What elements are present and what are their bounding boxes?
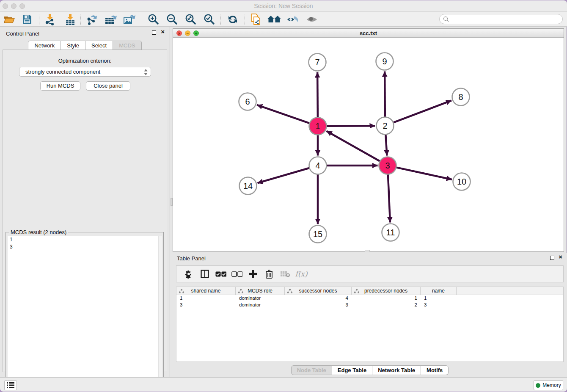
import-network-icon (44, 14, 55, 25)
result-scrollbar[interactable] (158, 236, 162, 391)
select-all-button[interactable] (213, 267, 229, 281)
export-image-button[interactable] (122, 13, 136, 26)
delete-row-button[interactable] (261, 267, 277, 281)
cell-mcds-role[interactable]: dominator (236, 295, 285, 302)
edge-1-7[interactable] (317, 72, 318, 117)
cell-name[interactable]: 1 (421, 295, 457, 302)
node-6[interactable]: 6 (239, 93, 256, 110)
vertical-splitter[interactable] (170, 27, 173, 377)
cell-predecessor-nodes[interactable]: 2 (352, 302, 421, 309)
horizontal-splitter-grip[interactable] (365, 250, 370, 252)
column-header-successor-nodes[interactable]: successor nodes (285, 287, 352, 295)
tab-motifs[interactable]: Motifs (421, 365, 449, 375)
tab-edge-table[interactable]: Edge Table (332, 365, 372, 375)
zoom-selected-button[interactable] (202, 13, 216, 26)
column-header-name[interactable]: name (421, 287, 457, 295)
cell-shared-name[interactable]: 1 (176, 295, 236, 302)
zoom-fit-button[interactable] (183, 13, 198, 26)
apply-function-button[interactable]: f(x) (293, 267, 309, 281)
table-tabs: Node TableEdge TableNetwork TableMotifs (173, 365, 567, 375)
tab-mcds[interactable]: MCDS (113, 41, 141, 50)
run-mcds-button[interactable]: Run MCDS (40, 81, 80, 91)
node-3[interactable]: 3 (379, 157, 396, 174)
edge-2-9[interactable] (385, 71, 385, 117)
mcds-result-textarea[interactable]: 13 (8, 236, 162, 391)
node-10[interactable]: 10 (453, 173, 471, 190)
node-label: 4 (315, 161, 320, 170)
control-panel: Control Panel × NetworkStyleSelectMCDS O… (0, 27, 170, 377)
delete-table-icon (280, 271, 290, 277)
search-input[interactable] (439, 14, 563, 24)
node-table[interactable]: shared nameMCDS rolesuccessor nodesprede… (176, 287, 564, 362)
table-close-icon[interactable]: × (559, 255, 562, 259)
cell-name[interactable]: 3 (421, 302, 457, 309)
node-7[interactable]: 7 (309, 54, 326, 71)
column-header-shared-name[interactable]: shared name (176, 287, 236, 295)
cell-mcds-role[interactable]: dominator (236, 302, 285, 309)
export-network-button[interactable] (85, 13, 99, 26)
hide-selected-button[interactable] (286, 13, 300, 26)
result-line: 1 (8, 236, 162, 243)
edge-1-6[interactable] (257, 105, 309, 123)
tab-network[interactable]: Network (28, 41, 61, 50)
edge-2-8[interactable] (393, 100, 451, 122)
tab-node-table[interactable]: Node Table (291, 365, 332, 375)
float-panel-icon[interactable] (152, 30, 156, 35)
column-header-mcds-role[interactable]: MCDS role (236, 287, 285, 295)
node-8[interactable]: 8 (452, 88, 470, 106)
table-row[interactable]: 1dominator411 (176, 295, 563, 302)
hide-eye-icon (286, 14, 300, 25)
task-history-button[interactable] (4, 380, 17, 390)
toggle-columns-button[interactable] (197, 267, 213, 281)
add-row-button[interactable] (245, 267, 261, 281)
node-9[interactable]: 9 (376, 53, 394, 70)
edge-3-11[interactable] (388, 174, 390, 222)
save-session-button[interactable] (20, 13, 34, 26)
cell-shared-name[interactable]: 3 (176, 302, 236, 309)
edge-2-3[interactable] (385, 134, 387, 155)
import-network-button[interactable] (43, 13, 57, 26)
node-15[interactable]: 15 (309, 226, 327, 243)
edge-1-2[interactable] (326, 126, 375, 126)
open-session-button[interactable] (2, 13, 17, 26)
cell-predecessor-nodes[interactable]: 1 (352, 295, 421, 302)
export-table-button[interactable] (104, 13, 118, 26)
zoom-out-button[interactable] (165, 13, 179, 26)
cell-successor-nodes[interactable]: 3 (285, 302, 352, 309)
table-row[interactable]: 3dominator323 (176, 302, 563, 309)
table-float-icon[interactable] (550, 256, 554, 260)
refresh-button[interactable] (226, 13, 240, 26)
close-panel-button[interactable]: Close panel (86, 81, 130, 91)
node-14[interactable]: 14 (239, 177, 257, 195)
network-window-titlebar[interactable]: × − + scc.txt (173, 29, 564, 38)
tree-icon (287, 289, 292, 293)
import-table-button[interactable] (63, 13, 77, 26)
tab-network-table[interactable]: Network Table (372, 365, 421, 375)
network-graph[interactable]: 7968124310141511 (173, 38, 564, 251)
deselect-all-button[interactable] (229, 267, 245, 281)
show-all-button[interactable] (305, 13, 319, 26)
delete-table-button[interactable] (277, 267, 293, 281)
first-neighbors-button[interactable] (267, 13, 281, 26)
tab-style[interactable]: Style (61, 41, 85, 50)
new-network-from-selection-button[interactable] (249, 13, 263, 26)
optimization-criterion-label: Optimization criterion: (3, 58, 167, 64)
node-4[interactable]: 4 (309, 157, 327, 174)
memory-button[interactable]: Memory (534, 380, 563, 390)
node-2[interactable]: 2 (377, 117, 394, 135)
edge-3-10[interactable] (396, 167, 452, 179)
close-panel-icon[interactable]: × (161, 30, 165, 34)
node-1[interactable]: 1 (309, 118, 327, 135)
table-settings-button[interactable] (181, 267, 197, 281)
zoom-in-button[interactable] (146, 13, 160, 26)
window-titlebar[interactable]: Session: New Session (0, 0, 567, 12)
tab-select[interactable]: Select (85, 41, 113, 50)
edge-4-14[interactable] (258, 168, 310, 183)
node-11[interactable]: 11 (382, 224, 399, 241)
cell-successor-nodes[interactable]: 4 (285, 295, 352, 302)
control-panel-tabs: NetworkStyleSelectMCDS (0, 41, 170, 50)
optimization-criterion-select[interactable]: strongly connected component (19, 67, 151, 77)
edge-3-1[interactable] (326, 131, 380, 161)
node-label: 6 (245, 97, 250, 106)
column-header-predecessor-nodes[interactable]: predecessor nodes (352, 287, 421, 295)
